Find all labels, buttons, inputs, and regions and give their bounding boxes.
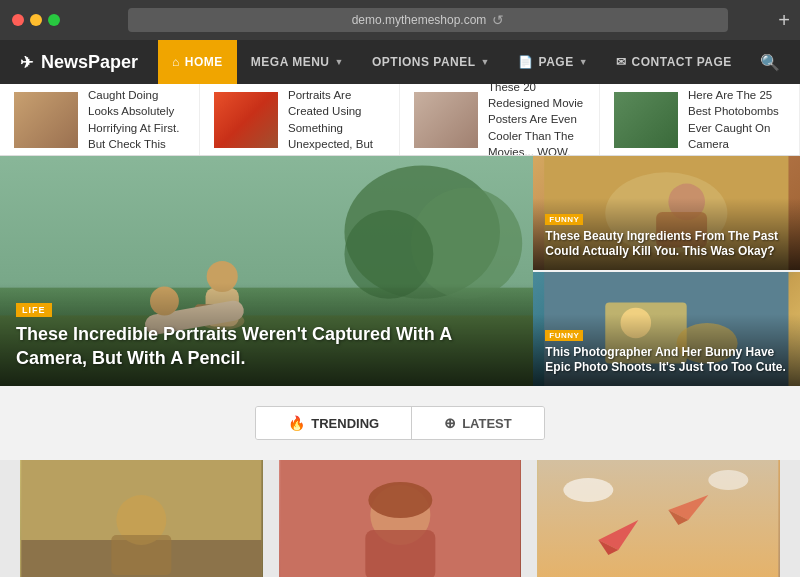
hero-side-panel: FUNNY These Beauty Ingredients From The … bbox=[533, 156, 800, 386]
hero-side-article-1[interactable]: FUNNY These Beauty Ingredients From The … bbox=[533, 156, 800, 272]
close-button[interactable] bbox=[12, 14, 24, 26]
search-icon[interactable]: 🔍 bbox=[760, 53, 780, 72]
ticker-text: What This Man Is Caught Doing Looks Abso… bbox=[88, 84, 185, 156]
ticker-item[interactable]: Here Are The 25 Best Photobombs Ever Cau… bbox=[600, 84, 800, 155]
circle-plus-icon: ⊕ bbox=[444, 415, 456, 431]
hero-side-overlay-2: FUNNY This Photographer And Her Bunny Ha… bbox=[533, 314, 800, 386]
ticker-thumbnail bbox=[14, 92, 78, 148]
page-icon: 📄 bbox=[518, 55, 534, 69]
ticker-text: These Pixelated Portraits Are Created Us… bbox=[288, 84, 385, 156]
ticker-text: These 20 Redesigned Movie Posters Are Ev… bbox=[488, 84, 585, 156]
nav-item-page[interactable]: 📄 PAGE ▼ bbox=[504, 40, 602, 84]
hero-main-overlay: LIFE These Incredible Portraits Weren't … bbox=[0, 283, 533, 386]
card-image-1 bbox=[20, 460, 263, 577]
new-tab-button[interactable]: + bbox=[778, 9, 790, 32]
traffic-lights bbox=[12, 14, 60, 26]
svg-rect-26 bbox=[365, 530, 435, 577]
hero-side-title-1: These Beauty Ingredients From The Past C… bbox=[545, 229, 788, 260]
card-image-3 bbox=[537, 460, 780, 577]
card-image-2 bbox=[279, 460, 522, 577]
svg-rect-23 bbox=[111, 535, 171, 575]
tabs-bar: 🔥 TRENDING ⊕ LATEST bbox=[0, 386, 800, 460]
card-3[interactable]: Listen To "The Piano Guys" Take... bbox=[537, 460, 780, 577]
site-logo[interactable]: ✈ NewsPaper bbox=[20, 52, 138, 73]
cards-grid: These Incredible Portraits Weren't... Th… bbox=[0, 460, 800, 577]
ticker-thumbnail bbox=[414, 92, 478, 148]
card-2[interactable]: These Beauty Ingredients From... bbox=[279, 460, 522, 577]
hero-main-title: These Incredible Portraits Weren't Captu… bbox=[16, 323, 517, 370]
minimize-button[interactable] bbox=[30, 14, 42, 26]
ticker-item[interactable]: What This Man Is Caught Doing Looks Abso… bbox=[0, 84, 200, 155]
svg-point-34 bbox=[709, 470, 749, 490]
hero-side-overlay-1: FUNNY These Beauty Ingredients From The … bbox=[533, 198, 800, 270]
fire-icon: 🔥 bbox=[288, 415, 305, 431]
hero-side-article-2[interactable]: FUNNY This Photographer And Her Bunny Ha… bbox=[533, 272, 800, 386]
address-bar[interactable]: demo.mythemeshop.com ↺ bbox=[128, 8, 728, 32]
maximize-button[interactable] bbox=[48, 14, 60, 26]
hero-category-badge: LIFE bbox=[16, 303, 52, 317]
trending-tab[interactable]: 🔥 TRENDING bbox=[256, 407, 412, 439]
svg-point-33 bbox=[564, 478, 614, 502]
svg-point-27 bbox=[368, 482, 432, 518]
browser-chrome: demo.mythemeshop.com ↺ + bbox=[0, 0, 800, 40]
ticker-text: Here Are The 25 Best Photobombs Ever Cau… bbox=[688, 87, 785, 151]
ticker-strip: What This Man Is Caught Doing Looks Abso… bbox=[0, 84, 800, 156]
hero-main-article[interactable]: LIFE These Incredible Portraits Weren't … bbox=[0, 156, 533, 386]
trending-label: TRENDING bbox=[311, 416, 379, 431]
logo-icon: ✈ bbox=[20, 53, 33, 72]
envelope-icon: ✉ bbox=[616, 55, 627, 69]
ticker-item[interactable]: These Pixelated Portraits Are Created Us… bbox=[200, 84, 400, 155]
navbar: ✈ NewsPaper ⌂ HOME MEGA MENU ▼ OPTIONS P… bbox=[0, 40, 800, 84]
nav-item-mega-menu[interactable]: MEGA MENU ▼ bbox=[237, 40, 358, 84]
nav-page-label: PAGE bbox=[539, 55, 574, 69]
nav-mega-label: MEGA MENU bbox=[251, 55, 330, 69]
latest-tab[interactable]: ⊕ LATEST bbox=[412, 407, 544, 439]
ticker-item[interactable]: These 20 Redesigned Movie Posters Are Ev… bbox=[400, 84, 600, 155]
chevron-down-icon: ▼ bbox=[579, 57, 588, 67]
ticker-thumbnail bbox=[214, 92, 278, 148]
nav-contact-label: CONTACT PAGE bbox=[632, 55, 732, 69]
chevron-down-icon: ▼ bbox=[335, 57, 344, 67]
site-name: NewsPaper bbox=[41, 52, 138, 73]
tabs-container: 🔥 TRENDING ⊕ LATEST bbox=[255, 406, 544, 440]
nav-item-options[interactable]: OPTIONS PANEL ▼ bbox=[358, 40, 504, 84]
nav-item-home[interactable]: ⌂ HOME bbox=[158, 40, 237, 84]
reload-icon[interactable]: ↺ bbox=[492, 12, 504, 28]
hero-side-category-2: FUNNY bbox=[545, 330, 583, 341]
hero-section: LIFE These Incredible Portraits Weren't … bbox=[0, 156, 800, 386]
url-text: demo.mythemeshop.com bbox=[352, 13, 487, 27]
nav-home-label: HOME bbox=[185, 55, 223, 69]
nav-options-label: OPTIONS PANEL bbox=[372, 55, 476, 69]
nav-item-contact[interactable]: ✉ CONTACT PAGE bbox=[602, 40, 746, 84]
chevron-down-icon: ▼ bbox=[481, 57, 490, 67]
latest-label: LATEST bbox=[462, 416, 512, 431]
hero-side-category-1: FUNNY bbox=[545, 214, 583, 225]
nav-home-icon: ⌂ bbox=[172, 55, 180, 69]
hero-side-title-2: This Photographer And Her Bunny Have Epi… bbox=[545, 345, 788, 376]
ticker-thumbnail bbox=[614, 92, 678, 148]
card-1[interactable]: These Incredible Portraits Weren't... bbox=[20, 460, 263, 577]
